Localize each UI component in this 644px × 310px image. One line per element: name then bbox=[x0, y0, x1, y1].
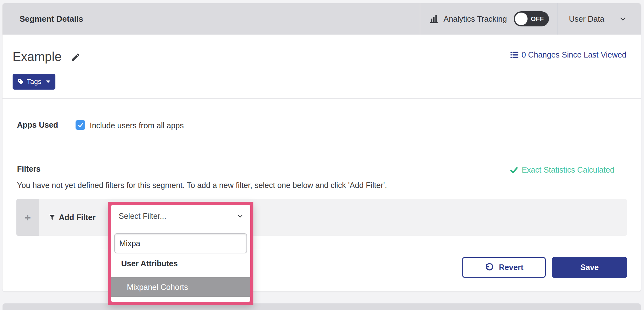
revert-button[interactable]: Revert bbox=[462, 257, 546, 278]
text-cursor bbox=[141, 238, 141, 249]
toggle-state-label: OFF bbox=[531, 15, 544, 23]
apps-used-label: Apps Used bbox=[17, 120, 58, 130]
pencil-icon[interactable] bbox=[71, 52, 81, 62]
section-divider bbox=[3, 98, 641, 99]
filter-search-input[interactable]: Mixpa bbox=[114, 233, 247, 253]
section-divider bbox=[3, 147, 641, 147]
add-filter-plus-button[interactable]: + bbox=[16, 199, 39, 236]
changes-link-label: 0 Changes Since Last Viewed bbox=[522, 50, 626, 59]
analytics-tracking-label: Analytics Tracking bbox=[443, 14, 507, 24]
revert-button-label: Revert bbox=[499, 263, 523, 272]
bar-chart-icon bbox=[428, 14, 439, 24]
add-filter-label: Add Filter bbox=[59, 213, 96, 222]
dropdown-option-mixpanel-cohorts[interactable]: Mixpanel Cohorts bbox=[111, 277, 250, 297]
card-header: Segment Details Analytics Tracking OFF bbox=[3, 3, 641, 35]
changes-since-last-viewed-link[interactable]: 0 Changes Since Last Viewed bbox=[510, 50, 626, 59]
user-data-dropdown[interactable]: User Data bbox=[557, 3, 641, 35]
filter-dropdown-panel: Select Filter... Mixpa User Attributes M… bbox=[111, 205, 250, 302]
exact-statistics-label: Exact Statistics Calculated bbox=[522, 165, 614, 174]
save-button-label: Save bbox=[580, 263, 599, 272]
changes-list-icon bbox=[510, 51, 518, 59]
user-data-label: User Data bbox=[569, 14, 604, 24]
analytics-tracking-toggle[interactable]: OFF bbox=[514, 11, 549, 26]
pink-highlight-frame: Select Filter... Mixpa User Attributes M… bbox=[108, 202, 253, 305]
segment-details-card: Segment Details Analytics Tracking OFF bbox=[3, 3, 641, 291]
dropdown-group-header: User Attributes bbox=[121, 259, 178, 268]
caret-down-icon bbox=[46, 80, 50, 83]
section-divider bbox=[3, 249, 641, 249]
filter-select-placeholder: Select Filter... bbox=[119, 212, 166, 221]
analytics-tracking-block: Analytics Tracking OFF bbox=[420, 3, 557, 35]
chevron-down-icon bbox=[236, 212, 244, 220]
toggle-knob bbox=[515, 13, 528, 25]
filters-description: You have not yet defined filters for thi… bbox=[17, 181, 387, 190]
header-right: Analytics Tracking OFF User Data bbox=[420, 3, 641, 35]
plus-icon: + bbox=[25, 212, 31, 223]
checkmark-icon bbox=[77, 122, 84, 129]
include-all-apps-label: Include users from all apps bbox=[90, 121, 184, 130]
segment-title-row: Example bbox=[13, 49, 81, 64]
filter-select[interactable]: Select Filter... bbox=[111, 205, 250, 227]
exact-statistics-status: Exact Statistics Calculated bbox=[510, 165, 614, 174]
add-filter-label-group: Add Filter bbox=[48, 199, 96, 236]
segment-name: Example bbox=[13, 49, 62, 64]
filters-heading: Filters bbox=[17, 164, 41, 174]
funnel-icon bbox=[48, 214, 56, 221]
filter-search-value: Mixpa bbox=[119, 239, 140, 248]
tags-button-label: Tags bbox=[27, 78, 41, 86]
undo-icon bbox=[484, 263, 494, 272]
include-all-apps-checkbox[interactable] bbox=[76, 120, 85, 130]
check-icon bbox=[510, 166, 518, 174]
page-title: Segment Details bbox=[20, 14, 83, 24]
tag-icon bbox=[18, 79, 24, 85]
save-button[interactable]: Save bbox=[552, 257, 627, 278]
tags-button[interactable]: Tags bbox=[13, 74, 55, 90]
chevron-down-icon bbox=[604, 15, 627, 23]
next-section-header bbox=[3, 303, 641, 310]
